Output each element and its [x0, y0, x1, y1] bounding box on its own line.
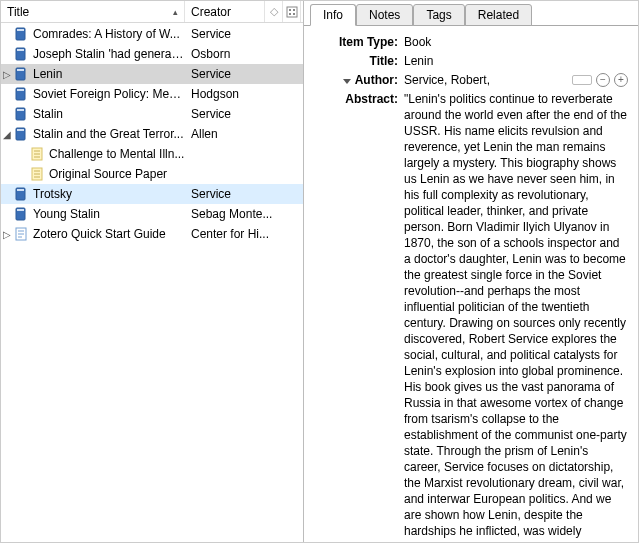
tree-item[interactable]: ▷LeninService: [1, 64, 303, 84]
twisty-open-icon[interactable]: ◢: [1, 129, 13, 140]
item-creator: Osborn: [185, 47, 303, 61]
item-title: Stalin and the Great Terror...: [33, 127, 184, 141]
abstract-label: Abstract:: [310, 91, 404, 542]
item-type-value[interactable]: Book: [404, 34, 628, 50]
svg-rect-3: [289, 13, 291, 15]
item-type-label: Item Type:: [310, 34, 404, 50]
paperclip-icon: ◇: [270, 5, 278, 18]
creator-mode-toggle[interactable]: [572, 75, 592, 85]
tree-item[interactable]: Original Source Paper: [1, 164, 303, 184]
author-label: Author:: [310, 72, 404, 88]
item-title: Zotero Quick Start Guide: [33, 227, 166, 241]
remove-creator-button[interactable]: −: [596, 73, 610, 87]
book-icon: [13, 26, 29, 42]
svg-rect-8: [17, 49, 24, 51]
author-dropdown-icon[interactable]: [343, 79, 351, 84]
item-creator: Service: [185, 67, 303, 81]
note-icon: [29, 146, 45, 162]
svg-rect-28: [17, 209, 24, 211]
tree-item[interactable]: TrotskyService: [1, 184, 303, 204]
title-value[interactable]: Lenin: [404, 53, 628, 69]
svg-rect-2: [293, 9, 295, 11]
tab-info[interactable]: Info: [310, 4, 356, 26]
twisty-closed-icon[interactable]: ▷: [1, 229, 13, 240]
svg-rect-6: [17, 29, 24, 31]
item-creator: Service: [185, 187, 303, 201]
tree-item[interactable]: Joseph Stalin 'had generati...Osborn: [1, 44, 303, 64]
note-icon: [29, 166, 45, 182]
book-icon: [13, 66, 29, 82]
svg-rect-0: [287, 7, 297, 17]
item-title: Trotsky: [33, 187, 72, 201]
tab-related[interactable]: Related: [465, 4, 532, 26]
book-icon: [13, 46, 29, 62]
item-creator: Service: [185, 27, 303, 41]
book-icon: [13, 206, 29, 222]
book-icon: [13, 126, 29, 142]
book-icon: [13, 106, 29, 122]
tree-item[interactable]: ◢Stalin and the Great Terror...Allen: [1, 124, 303, 144]
item-creator: Center for Hi...: [185, 227, 303, 241]
item-title: Joseph Stalin 'had generati...: [33, 47, 185, 61]
column-picker-icon: [286, 6, 298, 18]
author-value[interactable]: Service, Robert,: [404, 72, 490, 88]
item-title: Soviet Foreign Policy: Men...: [33, 87, 185, 101]
item-title: Original Source Paper: [49, 167, 167, 181]
svg-rect-12: [17, 89, 24, 91]
tree-item[interactable]: Challenge to Mental Illn...: [1, 144, 303, 164]
item-title: Stalin: [33, 107, 63, 121]
item-title: Challenge to Mental Illn...: [49, 147, 184, 161]
add-creator-button[interactable]: +: [614, 73, 628, 87]
column-picker-button[interactable]: [283, 1, 301, 22]
svg-rect-16: [17, 129, 24, 131]
item-title: Comrades: A History of W...: [33, 27, 180, 41]
tree-item[interactable]: StalinService: [1, 104, 303, 124]
svg-rect-14: [17, 109, 24, 111]
tree-item[interactable]: Comrades: A History of W...Service: [1, 24, 303, 44]
title-label: Title:: [310, 53, 404, 69]
item-tree[interactable]: Comrades: A History of W...ServiceJoseph…: [1, 23, 303, 542]
tree-item[interactable]: ▷Zotero Quick Start GuideCenter for Hi..…: [1, 224, 303, 244]
item-creator: Service: [185, 107, 303, 121]
item-creator: Sebag Monte...: [185, 207, 303, 221]
column-header-creator[interactable]: Creator: [185, 1, 265, 22]
svg-rect-4: [293, 13, 295, 15]
column-header-attachment[interactable]: ◇: [265, 1, 283, 22]
item-creator: Hodgson: [185, 87, 303, 101]
abstract-value[interactable]: "Lenin's politics continue to reverberat…: [404, 91, 628, 542]
book-icon: [13, 86, 29, 102]
svg-rect-26: [17, 189, 24, 191]
item-title: Lenin: [33, 67, 62, 81]
book-icon: [13, 186, 29, 202]
item-creator: Allen: [185, 127, 303, 141]
column-header-title[interactable]: Title ▴: [1, 1, 185, 22]
tree-item[interactable]: Young StalinSebag Monte...: [1, 204, 303, 224]
svg-rect-10: [17, 69, 24, 71]
twisty-closed-icon[interactable]: ▷: [1, 69, 13, 80]
item-title: Young Stalin: [33, 207, 100, 221]
tab-notes[interactable]: Notes: [356, 4, 413, 26]
sort-asc-icon: ▴: [173, 7, 178, 17]
tree-item[interactable]: Soviet Foreign Policy: Men...Hodgson: [1, 84, 303, 104]
tab-tags[interactable]: Tags: [413, 4, 464, 26]
svg-rect-1: [289, 9, 291, 11]
doc-icon: [13, 226, 29, 242]
